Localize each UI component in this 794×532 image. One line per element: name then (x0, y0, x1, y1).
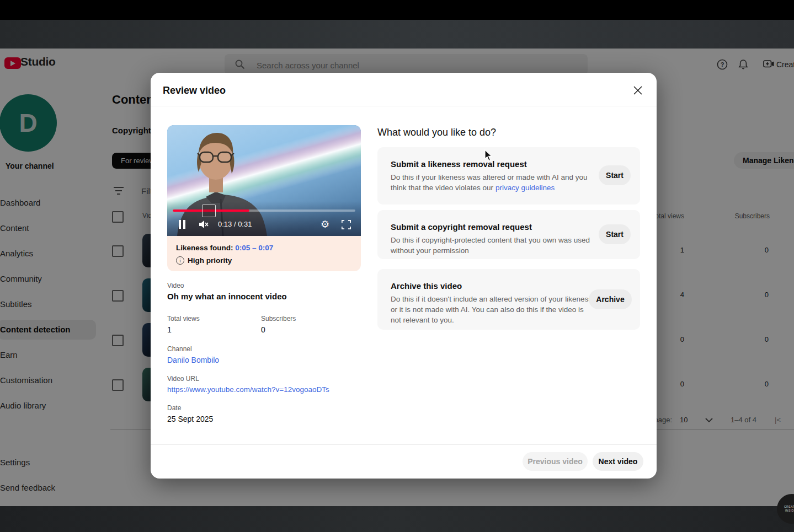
total-views-label: Total views (167, 315, 200, 323)
video-frame-band-bottom (0, 506, 794, 532)
muted-volume-icon[interactable] (198, 219, 209, 229)
footer-divider (151, 444, 657, 445)
video-frame-band (0, 20, 794, 49)
total-views-value: 1 (167, 325, 172, 334)
previous-video-button[interactable]: Previous video (523, 452, 588, 471)
start-copyright-request-button[interactable]: Start (599, 224, 631, 244)
option-title: Submit a copyright removal request (391, 222, 627, 232)
option-description: Do this if your likeness was altered or … (391, 172, 596, 193)
video-player[interactable]: 0:13 / 0:31 ⚙ (167, 125, 361, 236)
likeness-found-panel: Likeness found: 0:05 – 0:07 iHigh priori… (167, 236, 361, 271)
fullscreen-icon[interactable] (342, 220, 351, 229)
progress-bar[interactable] (173, 209, 355, 212)
badge-line2: INSIDER (785, 509, 794, 513)
next-video-button[interactable]: Next video (593, 452, 643, 471)
option-description-text: Do this if your likeness was altered or … (391, 173, 587, 192)
priority-label: High priority (188, 256, 232, 265)
settings-gear-icon[interactable]: ⚙ (321, 218, 329, 230)
likeness-segment-marker[interactable] (202, 205, 216, 217)
letterbox-top (0, 0, 794, 20)
video-url-link[interactable]: https://www.youtube.com/watch?v=12vogoao… (167, 385, 329, 394)
time-display: 0:13 / 0:31 (218, 220, 252, 228)
option-description: Do this if copyright-protected content t… (391, 235, 596, 256)
info-icon: i (176, 256, 184, 265)
mouse-cursor (484, 149, 493, 162)
privacy-guidelines-link[interactable]: privacy guidelines (495, 184, 555, 192)
option-description-text: Do this if copyright-protected content t… (391, 236, 590, 255)
screen: Studio ? Create D Your channel Dashboard… (0, 0, 794, 532)
channel-link[interactable]: Danilo Bombilo (167, 356, 219, 364)
archive-video-button[interactable]: Archive (589, 289, 632, 309)
likeness-timestamp-link[interactable]: 0:05 – 0:07 (235, 244, 273, 252)
close-icon[interactable] (633, 86, 642, 95)
option-card-archive: Archive this video Do this if it doesn't… (377, 269, 640, 330)
subscribers-value: 0 (261, 325, 265, 334)
date-label: Date (167, 404, 181, 412)
video-label: Video (167, 282, 184, 289)
option-title: Archive this video (391, 281, 627, 291)
date-value: 25 Sept 2025 (167, 415, 213, 423)
dialog-title: Review video (163, 85, 226, 96)
subscribers-label: Subscribers (261, 315, 296, 323)
video-url-label: Video URL (167, 375, 199, 383)
option-card-copyright-removal: Submit a copyright removal request Do th… (377, 210, 640, 259)
likeness-found-label: Likeness found: (176, 244, 233, 252)
video-title: Oh my what an innocent video (167, 292, 287, 301)
player-controls: 0:13 / 0:31 ⚙ (167, 217, 361, 233)
header-divider (151, 106, 657, 106)
pause-icon[interactable] (178, 220, 186, 229)
option-description-text: Do this if it doesn't include an altered… (391, 295, 592, 324)
review-video-dialog: Review video (151, 73, 657, 479)
badge-line1: CREATOR (784, 505, 794, 509)
start-likeness-request-button[interactable]: Start (599, 165, 631, 185)
channel-label: Channel (167, 345, 192, 353)
question-heading: What would you like to do? (377, 127, 496, 138)
option-title: Submit a likeness removal request (391, 159, 627, 169)
option-card-likeness-removal: Submit a likeness removal request Do thi… (377, 147, 640, 205)
option-description: Do this if it doesn't include an altered… (391, 294, 596, 325)
